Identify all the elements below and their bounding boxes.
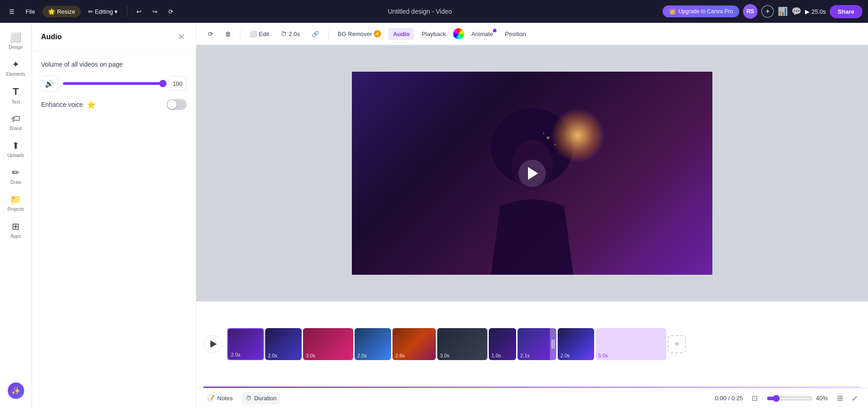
slider-thumb[interactable] xyxy=(159,80,167,87)
menu-button[interactable]: ☰ xyxy=(5,5,18,18)
brand-icon: 🏷 xyxy=(11,114,21,124)
volume-slider[interactable] xyxy=(63,82,163,85)
sidebar-item-brand[interactable]: 🏷 Brand xyxy=(2,110,30,135)
animate-label: Animate xyxy=(471,31,493,37)
playback-button[interactable]: Playback xyxy=(417,28,450,40)
panel-title: Audio xyxy=(41,33,62,41)
close-button[interactable]: ✕ xyxy=(176,30,187,44)
sidebar-item-projects[interactable]: 📁 Projects xyxy=(2,190,30,215)
clip-duration-4: 2.0s xyxy=(357,353,388,358)
resize-button[interactable]: 🌟 Resize xyxy=(42,6,81,17)
comment-icon[interactable]: 💬 xyxy=(791,6,801,16)
delete-icon: 🗑 xyxy=(225,31,231,37)
animate-button[interactable]: Animate xyxy=(467,28,498,40)
divider xyxy=(127,6,127,17)
timeline-clip-3[interactable]: 3.0s xyxy=(303,328,353,360)
edit-button[interactable]: ⬜ Edit xyxy=(245,28,273,40)
audio-panel: Audio ✕ Volume of all videos on page 🔊 1… xyxy=(32,23,196,408)
design-icon: ⬜ xyxy=(10,32,21,43)
timeline-clip-9[interactable]: 2.0s xyxy=(558,328,594,360)
timeline-play-button[interactable] xyxy=(204,335,222,353)
bg-remover-button[interactable]: BG Remover ★ xyxy=(333,27,386,40)
audio-button[interactable]: Audio xyxy=(388,28,414,40)
trim-handle[interactable] xyxy=(550,328,556,360)
delete-button[interactable]: 🗑 xyxy=(220,28,235,40)
upgrade-label: Upgrade to Canva Pro xyxy=(679,8,733,15)
text-icon: T xyxy=(13,86,19,98)
sync-button[interactable]: ⟳ xyxy=(204,28,218,40)
color-wheel[interactable] xyxy=(453,28,464,39)
chevron-down-icon: ▾ xyxy=(115,8,118,15)
timer-icon: ⏱ xyxy=(281,31,287,37)
light-effect xyxy=(550,108,605,163)
sync-icon: ⟳ xyxy=(208,31,213,37)
fullscreen-button[interactable]: ⤢ xyxy=(848,392,861,405)
sidebar-item-apps[interactable]: ⊞ Apps xyxy=(2,217,30,242)
toggle-thumb xyxy=(167,100,177,109)
grid-icon: ⊞ xyxy=(837,394,843,403)
file-button[interactable]: File xyxy=(22,5,39,18)
star-icon: 🌟 xyxy=(48,8,55,15)
timeline-clip-4[interactable]: 2.0s xyxy=(355,328,391,360)
sidebar-label-brand: Brand xyxy=(10,126,22,131)
timeline-area: 2.0s 2.0s 3.0s 2.0s xyxy=(196,301,868,388)
panel-header: Audio ✕ xyxy=(32,23,196,52)
edit-icon: ⬜ xyxy=(250,31,257,37)
enhance-toggle[interactable] xyxy=(167,99,187,110)
play-overlay[interactable] xyxy=(518,160,546,187)
duration-icon: ⏱ xyxy=(246,395,251,402)
canvas-toolbar: ⟳ 🗑 ⬜ Edit ⏱ 2.0s 🔗 BG Remover ★ Audi xyxy=(196,23,868,45)
sidebar-label-projects: Projects xyxy=(7,207,24,212)
timeline-clip-1[interactable]: 2.0s xyxy=(227,328,264,360)
grid-view-button[interactable]: ⊞ xyxy=(833,392,846,405)
clip-duration-8: 2.1s xyxy=(520,353,554,358)
timeline-clip-6[interactable]: 3.0s xyxy=(437,328,487,360)
undo-button[interactable]: ↩ xyxy=(133,5,145,18)
panel-content: Volume of all videos on page 🔊 100 Enhan… xyxy=(32,52,196,119)
main-layout: ⬜ Design ✦ Elements T Text 🏷 Brand ⬆ Upl… xyxy=(0,23,868,408)
timeline-clip-7[interactable]: 1.0s xyxy=(489,328,516,360)
sidebar-label-uploads: Uploads xyxy=(7,153,24,158)
enhance-text: Enhance voice xyxy=(41,101,83,108)
editing-button[interactable]: ✏ Editing ▾ xyxy=(84,5,122,18)
avatar[interactable]: RS xyxy=(743,4,758,19)
enhance-row: Enhance voice ⭐ xyxy=(41,99,187,110)
duration-value: 2.0s xyxy=(288,31,300,37)
upgrade-button[interactable]: 👑 Upgrade to Canva Pro xyxy=(663,5,739,17)
history-button[interactable]: ⟳ xyxy=(165,5,177,18)
sidebar-label-elements: Elements xyxy=(6,72,26,77)
link-button[interactable]: 🔗 xyxy=(307,28,324,40)
editing-label: Editing xyxy=(95,8,113,15)
play-btn-triangle xyxy=(210,340,217,348)
time-display: 0:00 / 0:25 xyxy=(715,395,743,402)
add-button[interactable]: + xyxy=(761,5,774,18)
canvas-frame[interactable] xyxy=(352,72,712,275)
duration-bottom-button[interactable]: ⏱ Duration xyxy=(242,392,280,404)
volume-icon[interactable]: 🔊 xyxy=(41,75,58,92)
toolbar-divider-1 xyxy=(240,28,241,39)
magic-button[interactable]: ✨ xyxy=(8,382,24,399)
timeline-clip-5[interactable]: 2.6s xyxy=(392,328,436,360)
sidebar-item-uploads[interactable]: ⬆ Uploads xyxy=(2,136,30,162)
timeline-clip-2[interactable]: 2.0s xyxy=(265,328,302,360)
svg-point-2 xyxy=(547,136,549,139)
sidebar-item-draw[interactable]: ✏ Draw xyxy=(2,163,30,188)
sidebar-item-text[interactable]: T Text xyxy=(2,82,30,108)
share-button[interactable]: Share xyxy=(830,5,863,18)
trim-line-2 xyxy=(554,340,554,349)
stats-icon[interactable]: 📊 xyxy=(778,6,788,16)
sidebar-item-design[interactable]: ⬜ Design xyxy=(2,28,30,53)
draw-icon: ✏ xyxy=(12,167,20,178)
add-clip-button[interactable]: + xyxy=(668,335,686,353)
timeline-clip-8[interactable]: 2.1s xyxy=(518,328,556,360)
sidebar-item-elements[interactable]: ✦ Elements xyxy=(2,55,30,80)
position-button[interactable]: Position xyxy=(500,28,530,40)
projects-icon: 📁 xyxy=(10,194,21,205)
zoom-slider[interactable] xyxy=(767,395,812,402)
fit-view-button[interactable]: ⊡ xyxy=(748,392,761,405)
redo-button[interactable]: ↪ xyxy=(149,5,161,18)
volume-row: 🔊 100 xyxy=(41,75,187,92)
duration-button[interactable]: ⏱ 2.0s xyxy=(276,28,304,40)
timeline-clip-10[interactable]: 5.0s xyxy=(596,328,666,360)
notes-button[interactable]: 📝 Notes xyxy=(204,392,236,404)
